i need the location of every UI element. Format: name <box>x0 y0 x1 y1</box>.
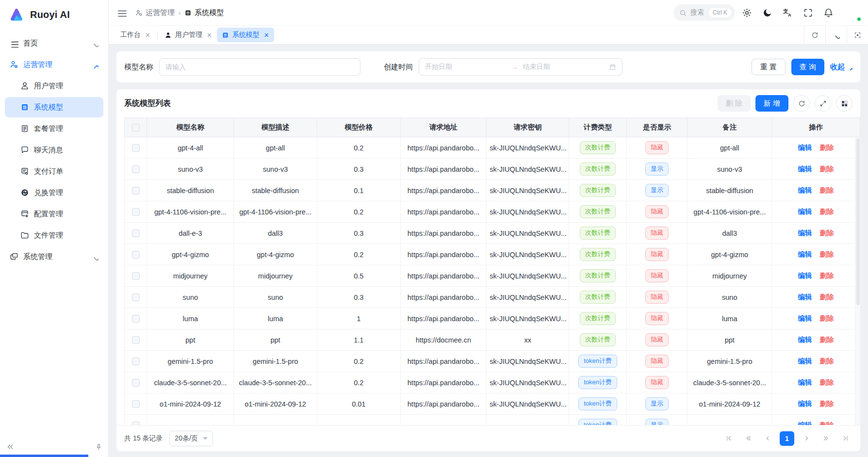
edit-link[interactable]: 编辑 <box>798 314 812 322</box>
refresh-table-button[interactable] <box>793 95 810 112</box>
row-checkbox[interactable] <box>132 229 140 237</box>
page-size-select[interactable]: 20条/页 <box>169 431 213 446</box>
reset-button[interactable]: 重 置 <box>752 59 786 75</box>
delete-link[interactable]: 删除 <box>820 229 834 237</box>
edit-link[interactable]: 编辑 <box>798 165 812 173</box>
edit-link[interactable]: 编辑 <box>798 229 812 237</box>
delete-link[interactable]: 删除 <box>820 400 834 408</box>
breadcrumb-operations[interactable]: 运营管理 <box>135 8 175 17</box>
billing-type-badge: 次数计费 <box>580 227 616 239</box>
batch-delete-button[interactable]: 删 除 <box>718 95 751 112</box>
edit-link[interactable]: 编辑 <box>798 250 812 258</box>
sidebar-item-system-model[interactable]: 系统模型 <box>5 97 103 117</box>
select-all-checkbox[interactable] <box>132 124 140 131</box>
delete-link[interactable]: 删除 <box>820 336 834 343</box>
row-checkbox[interactable] <box>132 315 140 323</box>
sidebar-item-chat-messages[interactable]: 聊天消息 <box>5 140 103 160</box>
row-checkbox[interactable] <box>132 144 140 152</box>
edit-link[interactable]: 编辑 <box>798 186 812 194</box>
user-avatar[interactable] <box>843 3 861 22</box>
dark-mode-button[interactable] <box>758 4 776 21</box>
sidebar-item-redeem-mgmt[interactable]: 兑换管理 <box>5 182 103 203</box>
language-button[interactable]: 文A <box>779 4 796 21</box>
row-checkbox[interactable] <box>132 187 140 195</box>
row-checkbox[interactable] <box>132 379 140 387</box>
forward-5-pages-button[interactable] <box>819 431 833 446</box>
column-settings-button[interactable] <box>836 95 852 112</box>
menu-toggle-button[interactable] <box>115 6 129 20</box>
breadcrumb-system-model[interactable]: 系统模型 <box>184 8 224 17</box>
edit-link[interactable]: 编辑 <box>798 357 812 365</box>
last-page-button[interactable] <box>838 431 852 446</box>
delete-link[interactable]: 删除 <box>820 208 834 215</box>
tab-system-model[interactable]: 系统模型 ✕ <box>217 28 274 42</box>
settings-button[interactable] <box>738 4 755 21</box>
date-range-picker[interactable]: 开始日期 → 结束日期 <box>419 58 622 76</box>
refresh-tab-button[interactable] <box>804 26 825 44</box>
prev-page-button[interactable] <box>760 431 775 446</box>
edit-link[interactable]: 编辑 <box>798 400 812 408</box>
scrollbar-thumb[interactable] <box>856 138 860 305</box>
content-fullscreen-button[interactable] <box>847 26 868 44</box>
row-checkbox[interactable] <box>132 208 140 216</box>
col-visible: 是否显示 <box>627 118 688 137</box>
row-checkbox[interactable] <box>132 422 140 425</box>
edit-link[interactable]: 编辑 <box>798 272 812 279</box>
close-icon[interactable]: ✕ <box>264 32 269 39</box>
delete-link[interactable]: 删除 <box>820 293 834 301</box>
delete-link[interactable]: 删除 <box>820 314 834 322</box>
row-checkbox[interactable] <box>132 251 140 259</box>
tab-workbench[interactable]: 工作台 ✕ <box>115 28 155 42</box>
edit-link[interactable]: 编辑 <box>798 208 812 215</box>
sidebar-item-operations[interactable]: 运营管理 <box>5 54 103 75</box>
query-button[interactable]: 查 询 <box>791 59 824 75</box>
tab-user-mgmt[interactable]: 用户管理 ✕ <box>160 28 217 42</box>
add-button[interactable]: 新 增 <box>755 95 788 112</box>
edit-link[interactable]: 编辑 <box>798 144 812 151</box>
global-search[interactable]: 搜索 Ctrl K <box>673 4 735 21</box>
logo[interactable]: Ruoyi AI <box>0 0 108 29</box>
row-checkbox[interactable] <box>132 272 140 280</box>
sidebar-item-package-mgmt[interactable]: 套餐管理 <box>5 118 103 139</box>
back-5-pages-button[interactable] <box>741 431 755 446</box>
next-page-button[interactable] <box>799 431 814 446</box>
table-scrollbar[interactable] <box>855 137 860 425</box>
delete-link[interactable]: 删除 <box>820 186 834 194</box>
edit-link[interactable]: 编辑 <box>798 421 812 425</box>
edit-link[interactable]: 编辑 <box>798 336 812 343</box>
tab-menu-button[interactable] <box>825 26 847 44</box>
sidebar-item-home[interactable]: 首页 <box>5 33 103 53</box>
expand-table-button[interactable] <box>815 95 831 112</box>
edit-link[interactable]: 编辑 <box>798 378 812 386</box>
collapse-sidebar-button[interactable] <box>6 442 15 451</box>
fullscreen-button[interactable] <box>799 4 817 21</box>
close-icon[interactable]: ✕ <box>145 32 150 39</box>
row-checkbox[interactable] <box>132 294 140 301</box>
row-checkbox[interactable] <box>132 400 140 408</box>
delete-link[interactable]: 删除 <box>820 165 834 173</box>
delete-link[interactable]: 删除 <box>820 378 834 386</box>
cell-remark: suno-v3 <box>688 159 772 180</box>
delete-link[interactable]: 删除 <box>820 421 834 425</box>
delete-link[interactable]: 删除 <box>820 144 834 151</box>
first-page-button[interactable] <box>721 431 736 446</box>
close-icon[interactable]: ✕ <box>207 32 212 39</box>
delete-link[interactable]: 删除 <box>820 250 834 258</box>
delete-link[interactable]: 删除 <box>820 272 834 279</box>
pin-icon[interactable] <box>95 443 102 451</box>
visibility-badge: 显示 <box>645 184 669 196</box>
sidebar-item-file-mgmt[interactable]: 文件管理 <box>5 225 103 245</box>
row-checkbox[interactable] <box>132 165 140 173</box>
sidebar-item-payment-orders[interactable]: 支付订单 <box>5 161 103 181</box>
sidebar-item-config-mgmt[interactable]: 配置管理 <box>5 204 103 224</box>
sidebar-item-system-mgmt[interactable]: 系统管理 <box>5 246 103 267</box>
delete-link[interactable]: 删除 <box>820 357 834 365</box>
edit-link[interactable]: 编辑 <box>798 293 812 301</box>
collapse-filter-link[interactable]: 收起 <box>830 63 852 72</box>
sidebar-item-user-mgmt[interactable]: 用户管理 <box>5 76 103 96</box>
notifications-button[interactable] <box>819 4 837 21</box>
row-checkbox[interactable] <box>132 358 140 365</box>
current-page[interactable]: 1 <box>780 431 794 446</box>
model-name-input[interactable] <box>159 58 360 76</box>
row-checkbox[interactable] <box>132 336 140 344</box>
